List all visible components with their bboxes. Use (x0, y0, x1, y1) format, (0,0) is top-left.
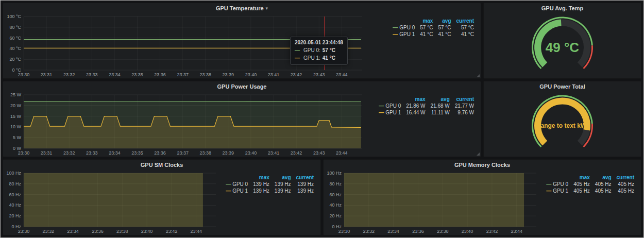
svg-text:23:34: 23:34 (387, 229, 399, 234)
svg-text:23:31: 23:31 (41, 150, 53, 156)
svg-text:23:42: 23:42 (291, 72, 302, 77)
legend-gpu-sm-clocks: max avg current —GPU 0 139 Hz 139 Hz 139… (220, 170, 320, 235)
legend-header-max[interactable]: max (417, 18, 435, 24)
svg-text:23:41: 23:41 (268, 150, 280, 156)
svg-text:23:32: 23:32 (363, 229, 375, 234)
svg-text:23:36: 23:36 (412, 229, 424, 234)
svg-text:0 Hz: 0 Hz (11, 224, 21, 229)
tooltip-row: — GPU 1: 41 °C (295, 55, 343, 62)
series-color-dash-icon: — (393, 31, 398, 37)
legend-series-gpu1[interactable]: —GPU 1 (223, 188, 250, 194)
legend-series-gpu0[interactable]: —GPU 0 (544, 181, 571, 188)
legend-header-row: max avg current (390, 18, 477, 24)
legend-header-avg[interactable]: avg (435, 18, 453, 24)
legend-series-gpu0[interactable]: —GPU 0 (223, 181, 250, 188)
legend-header-avg[interactable]: avg (428, 96, 452, 103)
svg-text:20 Hz: 20 Hz (9, 213, 21, 218)
panel-gpu-power-usage: GPU Power Usage 23:3023:3123:3223:3323:3… (3, 81, 481, 157)
svg-text:range to text kW: range to text kW (538, 122, 587, 129)
svg-text:23:34: 23:34 (109, 72, 121, 77)
panel-header-gpu-temperature[interactable]: GPU Temperature ▾ (3, 3, 481, 13)
svg-text:23:33: 23:33 (86, 150, 98, 156)
svg-text:0 °C: 0 °C (12, 67, 21, 73)
svg-text:23:32: 23:32 (43, 229, 55, 234)
svg-text:40 °C: 40 °C (9, 46, 21, 51)
svg-text:23:41: 23:41 (268, 72, 280, 77)
gpu-memory-clocks-chart[interactable]: 23:3023:3223:3423:3623:3823:4023:4223:44… (324, 170, 540, 235)
svg-text:23:42: 23:42 (291, 150, 302, 156)
gpu-memory-clocks-chart-svg[interactable]: 23:3023:3223:3423:3623:3823:4023:4223:44… (324, 170, 540, 235)
series-color-dash-icon: — (546, 181, 551, 187)
legend-series-gpu1[interactable]: —GPU 1 (376, 109, 403, 116)
legend-gpu-memory-clocks: max avg current —GPU 0 405 Hz 405 Hz 405… (540, 170, 641, 235)
svg-text:40 Hz: 40 Hz (9, 202, 21, 208)
svg-text:25 W: 25 W (10, 92, 22, 97)
svg-text:40 Hz: 40 Hz (329, 202, 342, 208)
svg-text:0 W: 0 W (13, 146, 22, 151)
gpu-sm-clocks-chart[interactable]: 23:3023:3223:3423:3623:3823:4023:4223:44… (3, 170, 220, 235)
series-color-dash-icon: — (393, 25, 398, 30)
svg-text:23:30: 23:30 (338, 229, 350, 234)
svg-text:23:39: 23:39 (223, 150, 234, 156)
legend-header-avg[interactable]: avg (272, 174, 294, 181)
panel-resize-handle[interactable] (477, 74, 480, 77)
svg-text:23:40: 23:40 (462, 229, 473, 234)
legend-header-current[interactable]: current (452, 96, 477, 103)
svg-text:80 °C: 80 °C (9, 25, 21, 30)
panel-header-gpu-power-total[interactable]: GPU Power Total (484, 81, 641, 92)
legend-gpu-power-usage: max avg current —GPU 0 21.86 W 21.68 W 2… (366, 92, 481, 157)
svg-text:60 °C: 60 °C (9, 36, 21, 41)
series-color-dash-icon: — (226, 188, 231, 194)
legend-header-current[interactable]: current (614, 174, 637, 181)
svg-text:23:32: 23:32 (63, 72, 75, 77)
svg-text:20 °C: 20 °C (9, 57, 21, 62)
legend-header-max[interactable]: max (571, 174, 592, 181)
gpu-sm-clocks-chart-svg[interactable]: 23:3023:3223:3423:3623:3823:4023:4223:44… (3, 170, 220, 235)
legend-series-gpu0[interactable]: —GPU 0 (390, 24, 417, 31)
svg-text:20 Hz: 20 Hz (329, 213, 342, 218)
graph-tooltip: 2020-05-01 23:44:48 — GPU 0: 57 °C — GPU… (290, 37, 348, 65)
legend-header-avg[interactable]: avg (592, 174, 614, 181)
svg-text:10 W: 10 W (10, 124, 22, 129)
svg-text:23:44: 23:44 (190, 229, 202, 234)
legend-header-row: max avg current (544, 174, 637, 181)
svg-text:23:42: 23:42 (166, 229, 178, 234)
gpu-power-usage-chart[interactable]: 23:3023:3123:3223:3323:3423:3523:3623:37… (3, 92, 366, 157)
gpu-temperature-chart[interactable]: 23:3023:3123:3223:3323:3423:3523:3623:37… (3, 13, 366, 78)
legend-header-max[interactable]: max (403, 96, 428, 103)
svg-text:80 Hz: 80 Hz (329, 181, 342, 186)
panel-header-gpu-power-usage[interactable]: GPU Power Usage (3, 81, 481, 92)
svg-text:20 W: 20 W (10, 103, 22, 108)
grafana-dashboard: GPU Temperature ▾ 23:3023:3123:3223:3323… (0, 0, 644, 238)
svg-text:23:39: 23:39 (223, 72, 234, 77)
panel-gpu-sm-clocks: GPU SM Clocks 23:3023:3223:3423:3623:382… (3, 159, 321, 235)
legend-series-gpu0[interactable]: —GPU 0 (376, 103, 403, 109)
panel-menu-caret-icon[interactable]: ▾ (266, 6, 268, 11)
svg-text:23:44: 23:44 (336, 72, 348, 77)
legend-row-gpu1: —GPU 1 41 °C 41 °C 41 °C (390, 31, 477, 38)
svg-text:23:35: 23:35 (131, 150, 143, 156)
series-color-dash-icon: — (226, 181, 231, 187)
svg-text:60 Hz: 60 Hz (9, 192, 21, 197)
svg-text:23:36: 23:36 (92, 229, 104, 234)
panel-header-gpu-sm-clocks[interactable]: GPU SM Clocks (3, 160, 320, 170)
svg-text:23:34: 23:34 (67, 229, 79, 234)
svg-text:23:30: 23:30 (18, 150, 30, 156)
svg-text:23:30: 23:30 (18, 72, 30, 77)
gpu-power-usage-chart-svg[interactable]: 23:3023:3123:3223:3323:3423:3523:3623:37… (3, 92, 366, 157)
legend-header-max[interactable]: max (250, 174, 272, 181)
legend-header-current[interactable]: current (454, 18, 477, 24)
svg-text:15 W: 15 W (10, 114, 22, 119)
legend-header-row: max avg current (376, 96, 477, 103)
legend-header-current[interactable]: current (294, 174, 316, 181)
dashboard-grid: GPU Temperature ▾ 23:3023:3123:3223:3323… (1, 1, 643, 237)
panel-header-gpu-avg-temp[interactable]: GPU Avg. Temp (484, 3, 641, 13)
legend-series-gpu1[interactable]: —GPU 1 (544, 188, 571, 194)
panel-gpu-memory-clocks: GPU Memory Clocks 23:3023:3223:3423:3623… (323, 159, 641, 235)
panel-header-gpu-memory-clocks[interactable]: GPU Memory Clocks (324, 160, 641, 170)
panel-resize-handle[interactable] (477, 152, 480, 156)
legend-series-gpu1[interactable]: —GPU 1 (390, 31, 417, 38)
svg-text:0 Hz: 0 Hz (332, 224, 342, 229)
svg-text:23:38: 23:38 (437, 229, 449, 234)
legend-row-gpu0: —GPU 0 21.86 W 21.68 W 21.77 W (376, 103, 477, 109)
